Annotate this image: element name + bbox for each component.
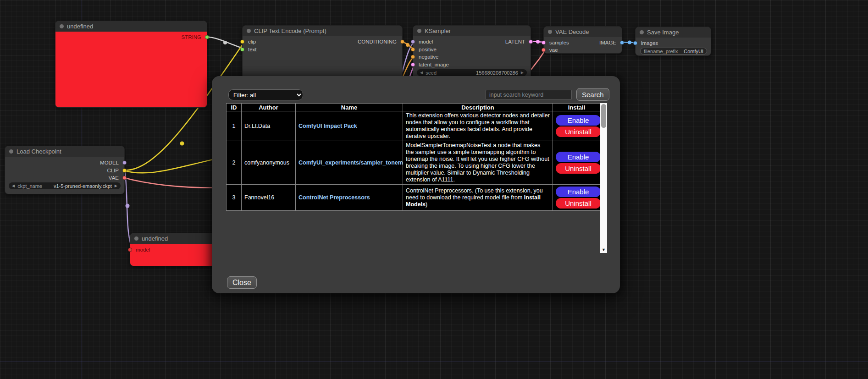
ckpt-name-widget[interactable]: ◀ ckpt_name v1-5-pruned-emaonly.ckpt ▶ <box>9 182 121 189</box>
scroll-down-icon[interactable]: ▼ <box>600 247 607 252</box>
ext-id: 2 <box>227 141 242 185</box>
ext-id: 3 <box>227 185 242 211</box>
enable-button[interactable]: Enable <box>556 115 601 126</box>
node-title: VAE Decode <box>555 28 589 35</box>
node-title: undefined <box>67 23 93 30</box>
slot-dot-icon[interactable] <box>542 48 546 52</box>
ext-author: Fannovel16 <box>242 185 296 211</box>
slot-dot-icon[interactable] <box>411 48 415 52</box>
ext-id: 1 <box>227 111 242 141</box>
extension-table-wrap: ID Author Name Description Install 1 Dr.… <box>226 103 607 253</box>
input-slot-vae[interactable]: vae <box>544 46 622 54</box>
ext-name-link[interactable]: ComfyUI_experiments/sampler_tonemap <box>299 159 403 166</box>
collapse-toggle-icon[interactable] <box>247 29 251 33</box>
uninstall-button[interactable]: Uninstall <box>556 126 601 137</box>
prev-option-icon[interactable]: ◀ <box>12 184 15 188</box>
slot-dot-icon[interactable] <box>529 40 533 44</box>
slot-dot-icon[interactable] <box>633 41 637 45</box>
output-slot-image[interactable]: IMAGE <box>544 39 622 46</box>
seed-widget[interactable]: ◀ seed 156680208700286 ▶ <box>417 69 527 76</box>
extension-row: 1 Dr.Lt.Data ComfyUI Impact Pack This ex… <box>227 111 601 141</box>
enable-button[interactable]: Enable <box>556 152 601 162</box>
header-author: Author <box>242 104 296 111</box>
output-slot-model[interactable]: MODEL <box>5 159 124 166</box>
input-slot-positive[interactable]: positive <box>413 46 531 53</box>
extension-row: 2 comfyanonymous ComfyUI_experiments/sam… <box>227 141 601 185</box>
node-save-image[interactable]: Save Image images filename_prefix ComfyU… <box>635 27 711 56</box>
table-header-row: ID Author Name Description Install <box>227 104 601 111</box>
ext-description: ControlNet Preprocessors. (To use this e… <box>403 185 553 211</box>
decrement-icon[interactable]: ◀ <box>420 71 423 75</box>
table-scrollbar[interactable]: ▼ <box>600 103 607 253</box>
ext-name-link[interactable]: ComfyUI Impact Pack <box>299 123 357 129</box>
collapse-toggle-icon[interactable] <box>548 30 552 34</box>
node-title: Load Checkpoint <box>17 148 61 155</box>
header-id: ID <box>227 104 242 111</box>
slot-dot-icon[interactable] <box>400 40 404 44</box>
node-title-bar[interactable]: undefined <box>130 233 215 244</box>
node-undefined-top[interactable]: undefined STRING <box>55 21 207 108</box>
uninstall-button[interactable]: Uninstall <box>556 198 601 209</box>
slot-dot-icon[interactable] <box>122 169 127 173</box>
ext-author: comfyanonymous <box>242 141 296 185</box>
slot-dot-icon[interactable] <box>411 63 415 67</box>
input-slot-latent-image[interactable]: latent_image <box>413 61 531 68</box>
filename-prefix-widget[interactable]: filename_prefix ComfyUI <box>640 48 707 55</box>
output-slot-vae[interactable]: VAE <box>5 174 124 181</box>
search-button[interactable]: Search <box>576 88 609 101</box>
collapse-toggle-icon[interactable] <box>417 29 421 33</box>
header-description: Description <box>403 104 553 111</box>
extension-manager-dialog: Filter: all Search ID Author Name Descri… <box>212 76 620 293</box>
output-slot-clip[interactable]: CLIP <box>5 167 124 174</box>
output-slot-conditioning[interactable]: CONDITIONING <box>243 38 402 45</box>
node-title-bar[interactable]: KSampler <box>413 26 531 36</box>
node-title-bar[interactable]: Save Image <box>636 27 711 38</box>
enable-button[interactable]: Enable <box>556 187 601 197</box>
slot-dot-icon[interactable] <box>205 35 209 39</box>
input-slot-images[interactable]: images <box>636 39 711 47</box>
ext-name-link[interactable]: ControlNet Preprocessors <box>299 194 370 201</box>
node-title: KSampler <box>425 27 451 34</box>
node-title-bar[interactable]: undefined <box>55 21 207 32</box>
header-name: Name <box>296 104 403 111</box>
slot-dot-icon[interactable] <box>411 55 415 59</box>
seed-value: 156680208700286 <box>476 70 518 76</box>
node-title-bar[interactable]: VAE Decode <box>544 27 622 37</box>
collapse-toggle-icon[interactable] <box>60 24 64 28</box>
slot-dot-icon[interactable] <box>240 48 244 52</box>
ext-author: Dr.Lt.Data <box>242 111 296 141</box>
ext-description: This extension offers various detector n… <box>403 111 553 141</box>
slot-dot-icon[interactable] <box>122 161 127 165</box>
node-title: CLIP Text Encode (Prompt) <box>254 27 326 34</box>
collapse-toggle-icon[interactable] <box>9 149 13 154</box>
node-title-bar[interactable]: CLIP Text Encode (Prompt) <box>243 26 402 36</box>
filter-select[interactable]: Filter: all <box>228 89 303 100</box>
node-load-checkpoint[interactable]: Load Checkpoint MODEL CLIP VAE ◀ ckpt_na… <box>5 146 125 194</box>
search-input[interactable] <box>486 90 572 100</box>
scrollbar-thumb[interactable] <box>601 104 606 128</box>
uninstall-button[interactable]: Uninstall <box>556 163 601 174</box>
header-install: Install <box>553 104 601 111</box>
next-option-icon[interactable]: ▶ <box>115 184 117 188</box>
slot-dot-icon[interactable] <box>128 248 132 252</box>
output-slot-string[interactable]: STRING <box>55 33 207 41</box>
slot-dot-icon[interactable] <box>122 176 127 180</box>
node-title-bar[interactable]: Load Checkpoint <box>5 146 124 157</box>
node-error-body <box>55 32 207 107</box>
node-title: undefined <box>142 235 168 242</box>
output-slot-latent[interactable]: LATENT <box>413 38 531 45</box>
collapse-toggle-icon[interactable] <box>640 30 644 34</box>
node-vae-decode[interactable]: VAE Decode samples vae IMAGE <box>543 26 622 54</box>
collapse-toggle-icon[interactable] <box>134 236 138 241</box>
close-button[interactable]: Close <box>227 276 257 289</box>
input-slot-model[interactable]: model <box>130 246 215 253</box>
node-undefined-bottom[interactable]: undefined model <box>130 233 215 266</box>
extension-table: ID Author Name Description Install 1 Dr.… <box>226 103 601 211</box>
input-slot-negative[interactable]: negative <box>413 53 531 60</box>
input-slot-text[interactable]: text <box>243 46 402 53</box>
node-title: Save Image <box>647 29 679 36</box>
slot-dot-icon[interactable] <box>620 41 624 45</box>
canvas-guide-horizontal <box>0 362 868 362</box>
increment-icon[interactable]: ▶ <box>521 71 524 75</box>
ext-description: ModelSamplerTonemapNoiseTest a node that… <box>403 141 553 185</box>
